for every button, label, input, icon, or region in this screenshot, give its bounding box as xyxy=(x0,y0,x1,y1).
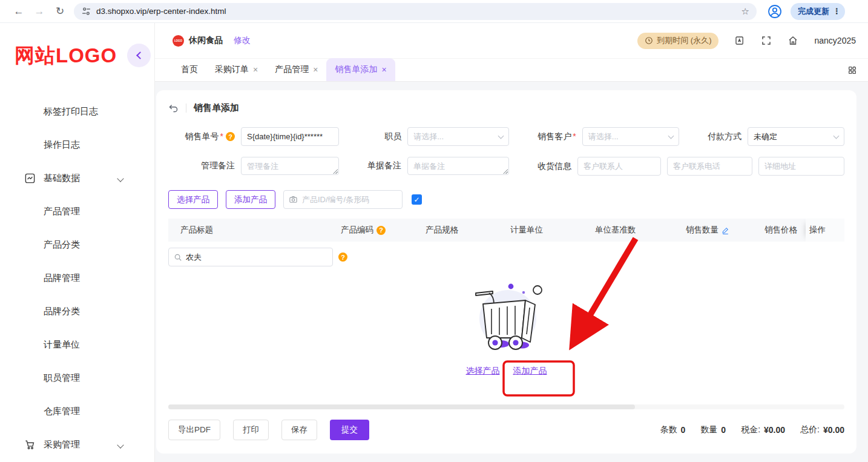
sidebar-item-label: 标签打印日志 xyxy=(44,106,98,117)
sidebar-item-purchase-manage[interactable]: 采购管理 xyxy=(0,428,154,461)
more-vert-icon[interactable]: ⋮ xyxy=(833,7,841,16)
export-pdf-button[interactable]: 导出PDF xyxy=(168,420,220,440)
browser-reload-icon[interactable]: ↻ xyxy=(50,3,70,20)
license-icon[interactable] xyxy=(734,35,745,46)
column-product-title: 产品标题 xyxy=(168,225,341,236)
tab-purchase-order[interactable]: 采购订单× xyxy=(206,58,266,81)
browser-update-button[interactable]: 完成更新 ⋮ xyxy=(791,3,845,20)
add-product-button[interactable]: 添加产品 xyxy=(226,190,275,209)
sidebar-item-label: 采购管理 xyxy=(44,439,80,450)
sidebar-item-operation-log[interactable]: 操作日志 xyxy=(0,128,154,162)
store-logo-badge: LOGO xyxy=(173,35,184,47)
print-button[interactable]: 打印 xyxy=(233,420,269,440)
payment-label: 付款方式 xyxy=(708,131,741,142)
empty-select-product-link[interactable]: 选择产品 xyxy=(466,366,500,377)
tab-home[interactable]: 首页 xyxy=(173,58,206,81)
site-settings-icon[interactable] xyxy=(81,6,91,16)
card-footer: 导出PDF 打印 保存 提交 条数0 数量0 税金:¥0.00 总价:¥0.00 xyxy=(168,420,844,440)
sidebar-item-warehouse-manage[interactable]: 仓库管理 xyxy=(0,395,154,428)
empty-add-product-link[interactable]: 添加产品 xyxy=(513,366,547,377)
sidebar-collapse-button[interactable] xyxy=(127,44,151,67)
horizontal-scrollbar[interactable] xyxy=(168,404,844,409)
scrollbar-thumb[interactable] xyxy=(168,404,635,409)
url-text: d3.shopxo.vip/erp-center-index.html xyxy=(96,7,741,16)
clock-icon xyxy=(645,36,653,45)
sidebar: 网站LOGO 标签打印日志 操作日志 基础数据 产品管理 产品分类 品牌管理 品… xyxy=(0,23,155,462)
select-product-button[interactable]: 选择产品 xyxy=(168,190,218,209)
help-icon[interactable]: ? xyxy=(226,132,235,141)
tab-sales-order-add[interactable]: 销售单添加× xyxy=(326,58,395,81)
chevron-down-icon xyxy=(833,133,840,139)
browser-forward-icon[interactable]: → xyxy=(29,3,50,20)
admin-note-textarea[interactable] xyxy=(241,157,339,175)
scan-mode-checkbox[interactable]: ✓ xyxy=(412,194,422,205)
username[interactable]: nancy2025 xyxy=(814,36,856,45)
close-tab-icon[interactable]: × xyxy=(253,65,258,74)
expire-label: 到期时间 (永久) xyxy=(657,35,711,46)
chevron-down-icon xyxy=(498,133,504,139)
shipping-phone-input[interactable] xyxy=(667,157,752,176)
address-bar[interactable]: d3.shopxo.vip/erp-center-index.html ☆ xyxy=(74,3,757,20)
sidebar-item-label: 品牌分类 xyxy=(44,306,80,317)
home-icon[interactable] xyxy=(787,35,798,46)
column-operation: 操作 xyxy=(806,219,844,242)
column-sales-price: 销售价格 xyxy=(764,225,806,236)
shipping-address-input[interactable] xyxy=(758,157,844,176)
store-edit-link[interactable]: 修改 xyxy=(234,35,251,46)
back-icon[interactable] xyxy=(168,103,179,113)
camera-icon xyxy=(289,195,298,204)
sidebar-item-product-category[interactable]: 产品分类 xyxy=(0,228,154,262)
customer-select[interactable]: 请选择... xyxy=(582,127,679,146)
sidebar-item-brand-manage[interactable]: 品牌管理 xyxy=(0,262,154,295)
totals: 条数0 数量0 税金:¥0.00 总价:¥0.00 xyxy=(660,424,844,435)
edit-icon[interactable] xyxy=(722,226,729,234)
sidebar-item-measure-unit[interactable]: 计量单位 xyxy=(0,328,154,361)
sidebar-item-staff-manage[interactable]: 职员管理 xyxy=(0,361,154,395)
empty-state: 选择产品 添加产品 xyxy=(168,282,844,377)
customer-label: 销售客户 xyxy=(538,131,576,142)
help-icon[interactable]: ? xyxy=(376,226,386,235)
total-count: 条数0 xyxy=(660,424,686,435)
doc-note-textarea[interactable] xyxy=(407,157,509,175)
sidebar-item-basic-data[interactable]: 基础数据 xyxy=(0,162,154,195)
tab-product-manage[interactable]: 产品管理× xyxy=(266,58,326,81)
sidebar-item-product-manage[interactable]: 产品管理 xyxy=(0,195,154,228)
fullscreen-icon[interactable] xyxy=(761,35,772,46)
shipping-contact-input[interactable] xyxy=(577,157,661,176)
submit-button[interactable]: 提交 xyxy=(330,420,369,440)
payment-select[interactable]: 未确定 xyxy=(748,127,844,146)
divider xyxy=(186,104,186,113)
column-unit-base: 单位基准数 xyxy=(595,225,686,236)
save-button[interactable]: 保存 xyxy=(281,420,317,440)
sidebar-item-brand-category[interactable]: 品牌分类 xyxy=(0,295,154,328)
column-measure-unit: 计量单位 xyxy=(510,225,595,236)
bookmark-star-icon[interactable]: ☆ xyxy=(741,6,749,17)
staff-label: 职员 xyxy=(367,131,401,142)
sidebar-item-label: 职员管理 xyxy=(44,372,80,384)
help-icon[interactable]: ? xyxy=(338,252,347,262)
customer-placeholder: 请选择... xyxy=(588,131,619,142)
order-no-input[interactable] xyxy=(241,127,339,146)
column-product-code: 产品编码? xyxy=(341,225,426,236)
sidebar-item-label-print-log[interactable]: 标签打印日志 xyxy=(0,95,154,128)
update-label: 完成更新 xyxy=(798,6,829,17)
product-scan-search[interactable] xyxy=(283,190,403,209)
chevron-down-icon xyxy=(668,133,674,139)
tabs-grid-icon[interactable] xyxy=(847,59,857,81)
profile-icon[interactable] xyxy=(768,4,782,19)
page-title: 销售单添加 xyxy=(194,102,239,114)
product-scan-input[interactable] xyxy=(302,195,397,204)
store-name: 休闲食品 xyxy=(189,35,223,46)
close-tab-icon[interactable]: × xyxy=(381,65,386,74)
sidebar-item-label: 仓库管理 xyxy=(44,406,80,417)
doc-note-label: 单据备注 xyxy=(367,160,401,171)
close-tab-icon[interactable]: × xyxy=(313,65,318,74)
product-title-filter-input[interactable] xyxy=(186,252,327,262)
browser-back-icon[interactable]: ← xyxy=(8,3,29,20)
staff-placeholder: 请选择... xyxy=(413,131,444,142)
staff-select[interactable]: 请选择... xyxy=(407,127,509,146)
chart-icon xyxy=(24,173,36,184)
product-title-filter[interactable] xyxy=(168,248,333,266)
order-no-label: 销售单号 xyxy=(185,131,223,142)
tab-label: 采购订单 xyxy=(215,64,249,75)
